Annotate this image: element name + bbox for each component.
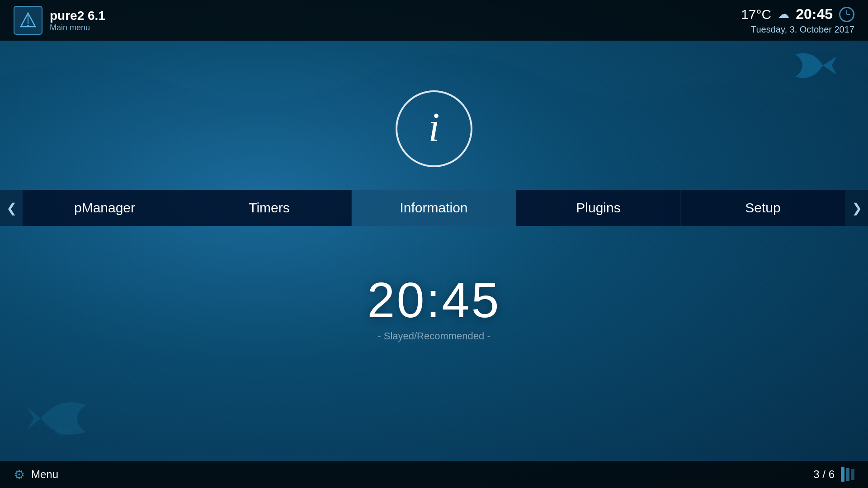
- header-clock: 20:45: [796, 6, 833, 23]
- main-menu-label: Main menu: [50, 23, 105, 33]
- weather-icon: ☁: [778, 7, 789, 21]
- nav-item-setup[interactable]: Setup: [681, 190, 845, 226]
- header: pure2 6.1 Main menu 17°C ☁ 20:45 Tuesday…: [0, 0, 868, 41]
- header-right: 17°C ☁ 20:45 Tuesday, 3. October 2017: [741, 6, 854, 35]
- date-display: Tuesday, 3. October 2017: [751, 24, 854, 35]
- subtitle-text: - Slayed/Recommended -: [377, 330, 490, 342]
- page-strip-3: [851, 469, 854, 480]
- subtitle-area: - Slayed/Recommended -: [377, 330, 490, 342]
- nav-item-information[interactable]: Information: [352, 190, 516, 226]
- navigation-bar: ❮ pManager Timers Information Plugins Se…: [0, 190, 868, 226]
- page-indicator: 3 / 6: [813, 468, 835, 481]
- clock-display: 20:45: [367, 271, 500, 328]
- header-left: pure2 6.1 Main menu: [14, 6, 105, 35]
- info-icon-circle: i: [396, 90, 472, 167]
- nav-item-pmanager[interactable]: pManager: [23, 190, 187, 226]
- main-content: i ❮ pManager Timers Information Plugins …: [0, 41, 868, 461]
- clock-icon: [839, 7, 854, 22]
- header-title: pure2 6.1 Main menu: [50, 8, 105, 33]
- menu-label: Menu: [31, 468, 58, 481]
- nav-prev-arrow[interactable]: ❮: [0, 190, 23, 226]
- footer: ⚙ Menu 3 / 6: [0, 461, 868, 488]
- app-name: pure2 6.1: [50, 8, 105, 23]
- gear-icon: ⚙: [14, 467, 25, 482]
- nav-next-arrow[interactable]: ❯: [845, 190, 868, 226]
- page-strip-2: [846, 468, 849, 481]
- page-strip-1: [841, 467, 844, 482]
- temperature-display: 17°C: [741, 7, 771, 22]
- footer-right: 3 / 6: [813, 467, 854, 482]
- info-icon: i: [428, 107, 439, 148]
- header-top-row: 17°C ☁ 20:45: [741, 6, 854, 23]
- logo-box: [14, 6, 42, 35]
- svg-point-4: [27, 25, 29, 27]
- nav-items: pManager Timers Information Plugins Setu…: [23, 190, 845, 226]
- nav-item-timers[interactable]: Timers: [187, 190, 352, 226]
- nav-item-plugins[interactable]: Plugins: [516, 190, 681, 226]
- footer-left: ⚙ Menu: [14, 467, 58, 482]
- logo-icon: [18, 10, 38, 30]
- pages-icon: [841, 467, 854, 482]
